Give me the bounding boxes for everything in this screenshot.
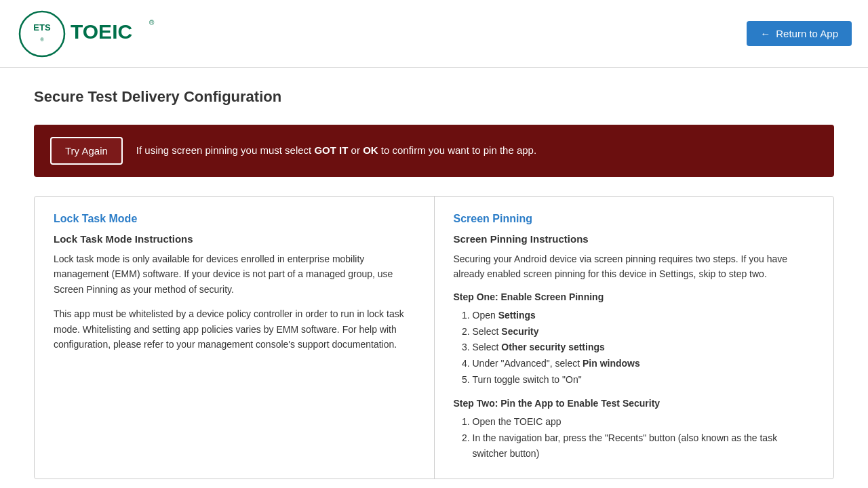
- ets-toeic-logo: ETS ® TOEIC ®: [16, 8, 165, 59]
- svg-text:TOEIC: TOEIC: [71, 20, 132, 43]
- two-column-section: Lock Task Mode Lock Task Mode Instructio…: [34, 196, 834, 479]
- svg-point-0: [20, 12, 64, 56]
- step-one-list: Open Settings Select Security Select Oth…: [454, 308, 815, 388]
- screen-pinning-title: Screen Pinning: [454, 213, 815, 225]
- step-one-heading: Step One: Enable Screen Pinning: [454, 291, 815, 302]
- list-item: Select Security: [473, 324, 815, 340]
- page-title: Secure Test Delivery Configuration: [34, 88, 834, 106]
- arrow-left-icon: ←: [760, 28, 770, 39]
- list-item: Open the TOEIC app: [473, 414, 815, 430]
- ok-text: OK: [363, 144, 378, 156]
- list-item: Select Other security settings: [473, 340, 815, 356]
- lock-task-mode-paragraph2: This app must be whitelisted by a device…: [54, 306, 415, 352]
- lock-task-mode-subtitle: Lock Task Mode Instructions: [54, 233, 415, 245]
- step-two-list: Open the TOEIC app In the navigation bar…: [454, 414, 815, 462]
- header: ETS ® TOEIC ® ← Return to App: [0, 0, 868, 68]
- logo-area: ETS ® TOEIC ®: [16, 8, 165, 59]
- screen-pinning-section: Screen Pinning Screen Pinning Instructio…: [435, 197, 834, 479]
- screen-pinning-intro: Securing your Android device via screen …: [454, 251, 815, 282]
- list-item: Under "Advanced", select Pin windows: [473, 356, 815, 372]
- lock-task-mode-paragraph1: Lock task mode is only available for dev…: [54, 251, 415, 297]
- list-item: In the navigation bar, press the "Recent…: [473, 430, 815, 463]
- step-two-heading: Step Two: Pin the App to Enable Test Sec…: [454, 398, 815, 409]
- list-item: Turn toggle switch to "On": [473, 372, 815, 388]
- lock-task-mode-title: Lock Task Mode: [54, 213, 415, 225]
- main-content: Secure Test Delivery Configuration Try A…: [0, 68, 868, 488]
- svg-text:®: ®: [149, 19, 155, 26]
- return-to-app-button[interactable]: ← Return to App: [747, 21, 852, 46]
- try-again-button[interactable]: Try Again: [50, 137, 123, 165]
- lock-task-mode-section: Lock Task Mode Lock Task Mode Instructio…: [35, 197, 435, 479]
- list-item: Open Settings: [473, 308, 815, 324]
- svg-text:ETS: ETS: [33, 22, 51, 33]
- screen-pinning-subtitle: Screen Pinning Instructions: [454, 233, 815, 245]
- got-it-text: GOT IT: [314, 144, 348, 156]
- alert-box: Try Again If using screen pinning you mu…: [34, 125, 834, 177]
- svg-text:®: ®: [40, 37, 44, 42]
- alert-message: If using screen pinning you must select …: [136, 143, 536, 159]
